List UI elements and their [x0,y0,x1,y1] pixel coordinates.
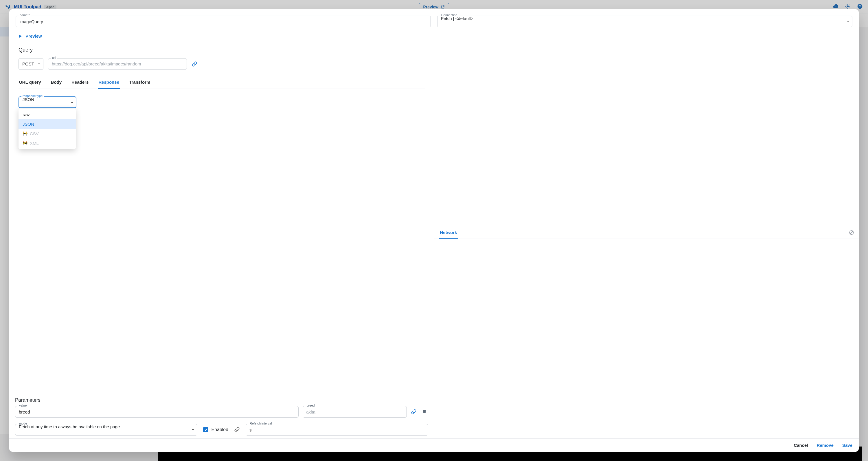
bind-link-icon[interactable] [191,61,197,67]
name-field: name * [16,16,431,27]
tab-response[interactable]: Response [98,80,120,89]
response-type-select[interactable]: JSON [19,96,76,108]
caret-down-icon [38,63,40,65]
svg-line-12 [850,231,853,234]
url-input[interactable] [48,58,187,70]
construction-icon: 🚧 [23,131,28,136]
parameters-heading: Parameters [15,397,428,403]
dialog-right-column: Network [434,27,859,438]
dd-option-raw[interactable]: raw [19,110,76,119]
query-tabs: URL query Body Headers Response Transfor… [19,80,425,89]
param-breed-field: breed [303,406,407,417]
param-breed-input[interactable] [303,406,407,417]
query-row: POST url [19,58,425,70]
connection-label: Connection [440,13,459,17]
mode-label: mode [18,422,28,425]
tab-transform[interactable]: Transform [128,80,151,89]
checkbox-icon [203,427,208,432]
tab-network[interactable]: Network [439,227,458,239]
mode-select[interactable]: Fetch at any time to always be available… [15,424,197,435]
bind-link-icon[interactable] [411,409,416,415]
connection-field: Connection Fetch | <default> [437,16,852,27]
name-input[interactable] [16,16,431,27]
url-label: url [51,56,57,59]
refetch-interval-input[interactable] [246,424,428,435]
response-type-label: response type [22,94,44,97]
method-select[interactable]: POST [19,58,43,70]
param-breed-label: breed [306,404,316,407]
dialog-left-column: Preview Query POST url [9,27,434,438]
tab-body[interactable]: Body [50,80,62,89]
mode-row: mode Fetch at any time to always be avai… [15,424,428,435]
enabled-label: Enabled [211,427,228,432]
save-button[interactable]: Save [842,443,852,448]
response-type-field: response type JSON raw JSON 🚧 CSV [19,96,76,108]
response-type-dropdown: raw JSON 🚧 CSV 🚧 XML [19,109,76,149]
block-icon[interactable] [849,230,854,236]
refetch-interval-field: Refetch interval [246,424,428,435]
enabled-checkbox[interactable]: Enabled [203,427,228,432]
dd-option-csv[interactable]: 🚧 CSV [19,129,76,138]
preview-area [434,27,859,227]
cancel-button[interactable]: Cancel [794,443,808,448]
network-body [434,239,859,438]
refetch-interval-label: Refetch interval [249,422,273,425]
param-value-input[interactable] [15,406,299,417]
delete-param-button[interactable] [421,408,428,416]
url-field: url [48,58,187,70]
query-heading: Query [19,47,425,53]
construction-icon: 🚧 [23,141,28,145]
name-label: name * [19,13,31,17]
dd-option-json[interactable]: JSON [19,119,76,129]
query-dialog: name * Connection Fetch | <default> Prev… [9,9,859,452]
play-icon [19,34,22,38]
param-row: value breed [15,406,428,417]
dialog-footer: Cancel Remove Save [9,438,859,452]
bind-link-icon[interactable] [234,427,240,433]
network-tabs: Network [434,227,859,239]
dd-option-xml[interactable]: 🚧 XML [19,138,76,148]
connection-select[interactable]: Fetch | <default> [437,16,852,27]
dialog-header: name * Connection Fetch | <default> [9,9,859,27]
remove-button[interactable]: Remove [817,443,834,448]
param-value-field: value [15,406,299,417]
tab-url-query[interactable]: URL query [19,80,42,89]
param-value-label: value [18,404,28,407]
tab-headers[interactable]: Headers [71,80,89,89]
preview-toggle[interactable]: Preview [19,34,42,38]
trash-icon [422,409,427,414]
mode-field: mode Fetch at any time to always be avai… [15,424,197,435]
